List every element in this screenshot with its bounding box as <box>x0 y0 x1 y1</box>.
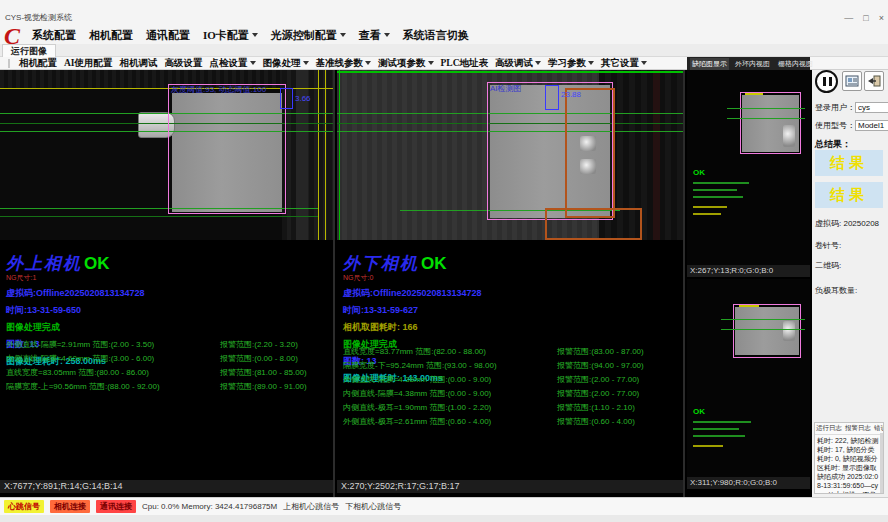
tab-defect-view[interactable]: 缺陷图显示 <box>690 58 729 70</box>
qr-code-label: 二维码: <box>815 260 841 271</box>
tab-error-log[interactable]: 错误日志 <box>874 424 884 433</box>
thumbnail-view-tabs: 缺陷图显示 外环内视图 栅格内视图 <box>687 57 810 70</box>
tool-test-params[interactable]: 测试项参数 <box>378 57 434 70</box>
virtual-code-row: 虚拟码: 20250208 <box>815 218 879 229</box>
camera-name: 外上相机 <box>6 254 82 273</box>
threshold-label: 灰度阈值:93, 动态阈值:100 <box>171 84 266 95</box>
menu-view[interactable]: 查看 <box>359 28 390 43</box>
roi-box <box>740 92 801 154</box>
log-scrollbar[interactable] <box>880 433 883 493</box>
measure-row: 内侧直线-隔膜=4.60mm 范围:(3.00 - 6.00)报警范围:(0.0… <box>6 349 336 363</box>
ai-detect-box <box>565 88 615 218</box>
result-text-mini <box>693 445 723 447</box>
window-edge <box>0 515 888 522</box>
tab-run-image[interactable]: 运行图像 <box>2 44 56 57</box>
app-window: CYS-视觉检测系统 — □ × C 系统配置 相机配置 通讯配置 IO卡配置 … <box>0 0 888 522</box>
tab-outer-view[interactable]: 外环内视图 <box>733 58 772 70</box>
upper-heartbeat-text: 上相机心跳信号 <box>283 501 339 512</box>
upper-camera-image[interactable]: 灰度阈值:93, 动态阈值:100 3.66 <box>0 70 333 240</box>
maximize-icon[interactable]: □ <box>863 13 868 23</box>
comm-link-badge: 通讯连接 <box>96 500 136 513</box>
roi-box <box>733 304 801 358</box>
tab-alarm-log[interactable]: 报警日志 <box>845 424 871 433</box>
chevron-down-icon <box>252 33 258 37</box>
result-text-mini <box>693 435 745 437</box>
lower-camera-panel: AI检测图 23.88 外下相机OK NG尺寸:0 虚拟码:Offline202… <box>337 70 685 497</box>
measure-row: 内侧直线-隔膜=4.38mm 范围:(0.00 - 9.00)报警范围:(2.0… <box>343 384 673 398</box>
pause-icon <box>829 77 832 86</box>
time-line: 时间:13-31-59-650 <box>6 304 145 317</box>
menu-light-config[interactable]: 光源控制配置 <box>271 28 346 43</box>
chevron-down-icon <box>303 61 309 65</box>
baseline <box>337 71 683 73</box>
result-text-mini <box>693 189 737 191</box>
chevron-down-icon <box>250 61 256 65</box>
tool-learning-params[interactable]: 学习参数 <box>548 57 594 70</box>
measure-value-label: 23.88 <box>561 90 581 99</box>
result-text-mini <box>693 182 749 184</box>
cursor-coords: X:270;Y:2502;R:17;G:17;B:17 <box>337 480 683 493</box>
cursor-coords: X:311;Y:980;R:0;G:0;B:0 <box>687 477 810 489</box>
lower-camera-image[interactable]: AI检测图 23.88 <box>337 70 683 240</box>
result-text-mini <box>693 213 721 215</box>
log-text: 耗时: 222, 缺陷检测耗时: 17, 缺陷分类耗时: 0, 缺陷视频分区耗时… <box>815 435 883 494</box>
model-label: 使用型号： <box>815 121 855 130</box>
measure-row: 外侧直线-隔膜=4.38mm 范围:(0.00 - 9.00)报警范围:(2.0… <box>343 370 673 384</box>
grab-elapsed-line: 相机取图耗时: 166 <box>343 321 482 334</box>
guide-line <box>318 70 319 240</box>
virtual-code-label: 虚拟码: <box>815 219 841 228</box>
tool-ai-config[interactable]: AI使用配置 <box>64 57 113 70</box>
result-text-mini <box>693 428 739 430</box>
result-text-mini <box>693 206 727 208</box>
tool-advanced-debug[interactable]: 高级调试 <box>495 57 541 70</box>
tool-camera-config[interactable]: 相机配置 <box>19 57 57 70</box>
pause-icon <box>823 77 826 86</box>
id-card-button[interactable] <box>842 71 862 91</box>
camera-link-badge: 相机连接 <box>50 500 90 513</box>
model-field[interactable]: Model1 <box>855 120 888 131</box>
login-user-field[interactable]: cys <box>855 102 888 113</box>
tab-grid-view[interactable]: 栅格内视图 <box>776 58 815 70</box>
menu-system-config[interactable]: 系统配置 <box>32 28 76 43</box>
tool-plc-address[interactable]: PLC地址表 <box>441 57 489 70</box>
menu-comm-config[interactable]: 通讯配置 <box>146 28 190 43</box>
chevron-down-icon <box>365 61 371 65</box>
virtual-code-line: 虚拟码:Offline2025020813134728 <box>343 287 482 300</box>
guide-line <box>325 70 326 240</box>
pin-number-label: 卷针号: <box>815 240 841 251</box>
thumbnail-bottom-view[interactable]: OK <box>687 279 810 477</box>
log-panel: 运行日志 报警日志 错误日志 耗时: 222, 缺陷检测耗时: 17, 缺陷分类… <box>814 422 884 494</box>
tool-spotcheck-settings[interactable]: 点检设置 <box>210 57 256 70</box>
virtual-code-value: 20250208 <box>843 219 879 228</box>
measure-row: 直线宽度=83.77mm 范围:(82.00 - 88.00)报警范围:(83.… <box>343 342 673 356</box>
close-icon[interactable]: × <box>879 13 884 23</box>
thumbnail-column: OK X:267;Y:13;R:0;G:0;B:0 OK <box>687 70 810 497</box>
menu-language-switch[interactable]: 系统语言切换 <box>403 28 469 43</box>
status-badge: OK <box>693 168 705 177</box>
measure-box <box>545 85 559 110</box>
tool-image-processing[interactable]: 图像处理 <box>263 57 309 70</box>
cursor-coords: X:7677;Y:891;R:14;G:14;B:14 <box>0 480 333 493</box>
baseline <box>727 108 805 109</box>
tool-other-settings[interactable]: 其它设置 <box>601 57 647 70</box>
tool-camera-debug[interactable]: 相机调试 <box>120 57 158 70</box>
lower-heartbeat-text: 下相机心跳信号 <box>345 501 401 512</box>
thumbnail-top-view[interactable]: OK <box>687 70 810 265</box>
menu-io-config[interactable]: IO卡配置 <box>203 28 258 43</box>
ai-view-label: AI检测图 <box>490 83 522 94</box>
measure-row: 隔膜宽度-下=95.24mm 范围:(93.00 - 98.00)报警范围:(9… <box>343 356 673 370</box>
tool-baseline-params[interactable]: 基准线参数 <box>316 57 372 70</box>
upper-camera-panel: 灰度阈值:93, 动态阈值:100 3.66 外上相机OK NG尺寸:1 虚拟码… <box>0 70 335 497</box>
chevron-down-icon <box>588 61 594 65</box>
result-display-lower: 结果 <box>815 182 883 208</box>
measure-row: 内侧直线-极耳=1.90mm 范围:(1.00 - 2.20)报警范围:(1.1… <box>343 398 673 412</box>
tab-run-log[interactable]: 运行日志 <box>816 424 842 433</box>
logout-door-icon <box>867 75 881 87</box>
tool-advanced-settings[interactable]: 高级设置 <box>165 57 203 70</box>
status-badge: OK <box>84 254 110 273</box>
baseline <box>339 70 340 240</box>
menu-camera-config[interactable]: 相机配置 <box>89 28 133 43</box>
logout-button[interactable] <box>864 71 884 91</box>
pause-button[interactable] <box>815 70 838 93</box>
minimize-icon[interactable]: — <box>844 13 853 23</box>
